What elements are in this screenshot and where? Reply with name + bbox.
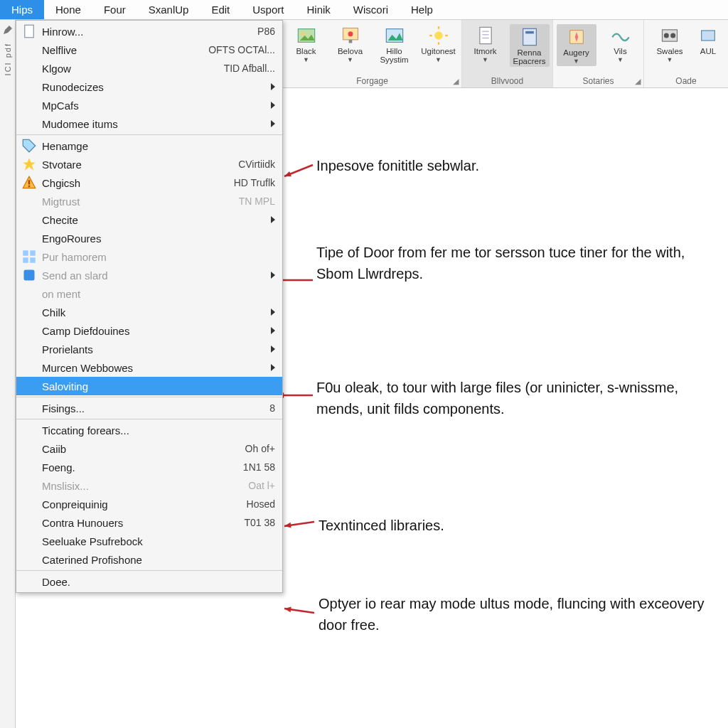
svg-line-30 bbox=[284, 165, 313, 176]
menu-item-label: Caterined Profishone bbox=[42, 554, 275, 566]
dialog-launcher-icon[interactable]: ◢ bbox=[453, 77, 459, 86]
menu-item-label: Foeng. bbox=[42, 461, 243, 473]
menu-item-label: Camp Diefdouines bbox=[42, 325, 267, 337]
dialog-launcher-icon[interactable]: ◢ bbox=[635, 77, 641, 86]
menu-item[interactable]: NelfliveOFTS OCTAl... bbox=[16, 41, 282, 59]
blank-icon bbox=[22, 194, 36, 208]
svg-rect-24 bbox=[28, 186, 31, 188]
menu-item-hinik[interactable]: Hinik bbox=[295, 0, 341, 19]
menu-item-edit[interactable]: Edit bbox=[200, 0, 241, 19]
blue-icon bbox=[22, 268, 36, 282]
chevron-down-icon: ▼ bbox=[617, 56, 623, 63]
menu-item-label: Caiib bbox=[42, 443, 245, 455]
menu-item[interactable]: Doee. bbox=[16, 572, 282, 591]
chevron-down-icon: ▼ bbox=[482, 56, 488, 63]
menu-item[interactable]: Runodecizes bbox=[16, 77, 282, 96]
menu-item-label: Saloviting bbox=[42, 380, 275, 392]
svg-line-38 bbox=[284, 609, 314, 613]
menu-item-wiscori[interactable]: Wiscori bbox=[342, 0, 400, 19]
left-tool-strip: ICI pdf bbox=[0, 20, 16, 728]
menu-item[interactable]: StvotareCVirtiidk bbox=[16, 155, 282, 173]
menu-item-shortcut: OFTS OCTAl... bbox=[208, 44, 275, 55]
menu-item-shortcut: 8 bbox=[269, 402, 275, 414]
menu-item[interactable]: ConpreiquinigHosed bbox=[16, 495, 282, 513]
menu-item[interactable]: Henamge bbox=[16, 136, 282, 155]
pen-icon[interactable] bbox=[2, 24, 14, 36]
menu-item-hips[interactable]: Hips bbox=[0, 0, 44, 19]
menu-item[interactable]: Saloviting bbox=[16, 377, 282, 395]
menu-item[interactable]: Caterined Profishone bbox=[16, 550, 282, 569]
warn-icon bbox=[22, 176, 36, 190]
svg-rect-4 bbox=[348, 40, 352, 43]
menu-item-label: Mnslisix... bbox=[42, 480, 248, 492]
menu-item[interactable]: Ticcating forears... bbox=[16, 421, 282, 439]
menu-item-shortcut: T01 38 bbox=[244, 517, 275, 528]
menu-item[interactable]: Foeng.1N1 58 bbox=[16, 458, 282, 476]
ribbon-button-swales[interactable]: Swales ▼ bbox=[650, 24, 690, 63]
image-icon bbox=[383, 24, 406, 47]
menu-item[interactable]: Camp Diefdouines bbox=[16, 321, 282, 340]
chevron-down-icon: ▼ bbox=[435, 56, 441, 63]
submenu-arrow-icon bbox=[271, 83, 275, 90]
svg-marker-31 bbox=[284, 171, 291, 176]
menu-item-shortcut: TN MPL bbox=[239, 196, 275, 207]
svg-marker-37 bbox=[284, 523, 291, 528]
ribbon-button-hillo[interactable]: Hillo Syystim bbox=[375, 24, 414, 64]
menu-item-help[interactable]: Help bbox=[400, 0, 444, 19]
blank-icon bbox=[22, 534, 36, 548]
ribbon-group-oade: Swales ▼ AUL Oade bbox=[644, 20, 728, 87]
menu-item-label: MpCafs bbox=[42, 100, 267, 112]
svg-rect-28 bbox=[30, 257, 36, 263]
menu-item-four[interactable]: Four bbox=[92, 0, 137, 19]
menu-item[interactable]: CaiibOh of+ bbox=[16, 439, 282, 458]
annotation-arrow bbox=[277, 515, 321, 533]
blank-icon bbox=[22, 287, 36, 301]
blank-icon bbox=[22, 478, 36, 493]
ribbon-button-aul[interactable]: AUL bbox=[694, 24, 722, 55]
svg-rect-23 bbox=[28, 180, 31, 184]
menu-item-label: Contra Hunouers bbox=[42, 517, 244, 529]
menu-item-label: Pur hamorem bbox=[42, 251, 275, 263]
menu-item[interactable]: Hinrow...P86 bbox=[16, 22, 282, 41]
sun-icon bbox=[427, 24, 450, 47]
svg-rect-21 bbox=[702, 31, 715, 41]
ribbon-button-renna[interactable]: Renna Epacrers bbox=[510, 24, 550, 67]
film-icon bbox=[658, 24, 681, 47]
menu-item-label: Runodecizes bbox=[42, 81, 267, 93]
menu-item-hone[interactable]: Hone bbox=[44, 0, 92, 19]
menu-item[interactable]: Chilk bbox=[16, 303, 282, 321]
menu-item[interactable]: Seeluake Psufrebock bbox=[16, 532, 282, 550]
menu-item[interactable]: ChgicshHD Truflk bbox=[16, 173, 282, 192]
ribbon-button-belova[interactable]: Belova ▼ bbox=[331, 24, 370, 63]
sparkle-icon bbox=[565, 26, 588, 48]
doc-icon bbox=[474, 24, 497, 47]
annotation-text: Texntinced libraries. bbox=[318, 515, 717, 536]
menu-item[interactable]: Contra HunouersT01 38 bbox=[16, 513, 282, 532]
menu-item-label: Fisings... bbox=[42, 402, 269, 414]
menu-item[interactable]: Murcen Webbowes bbox=[16, 358, 282, 377]
annotation-arrow bbox=[277, 601, 321, 620]
blank-icon bbox=[22, 497, 36, 511]
menu-item[interactable]: Mudomee itums bbox=[16, 114, 282, 133]
blank-icon bbox=[22, 441, 36, 456]
menu-item[interactable]: Prorielants bbox=[16, 340, 282, 358]
menu-item[interactable]: Fisings...8 bbox=[16, 399, 282, 417]
menu-item[interactable]: Checite bbox=[16, 210, 282, 229]
ribbon-button-itmork[interactable]: Itmork ▼ bbox=[466, 24, 505, 63]
ribbon-button-ugitonest[interactable]: Ugitonest ▼ bbox=[419, 24, 459, 63]
menu-item: MigtrustTN MPL bbox=[16, 192, 282, 210]
ribbon-button-vils[interactable]: Vils ▼ bbox=[601, 24, 641, 63]
menu-item[interactable]: KlgowTID Afball... bbox=[16, 59, 282, 77]
menu-item[interactable]: EngoRoures bbox=[16, 229, 282, 247]
menu-item-label: Henamge bbox=[42, 140, 275, 152]
menu-item-label: Conpreiquinig bbox=[42, 498, 247, 510]
svg-rect-27 bbox=[23, 257, 28, 263]
menu-item-usport[interactable]: Usport bbox=[241, 0, 295, 19]
menu-item-sxanlup[interactable]: SxanlUp bbox=[137, 0, 200, 19]
ribbon-button-augery[interactable]: Augery ▼ bbox=[557, 24, 596, 66]
block-icon bbox=[697, 24, 719, 47]
menu-item[interactable]: MpCafs bbox=[16, 96, 282, 114]
menu-item-label: Migtrust bbox=[42, 196, 239, 208]
ribbon-button-black[interactable]: Black ▼ bbox=[287, 24, 326, 63]
menubar: Hips Hone Four SxanlUp Edit Usport Hinik… bbox=[0, 0, 728, 20]
